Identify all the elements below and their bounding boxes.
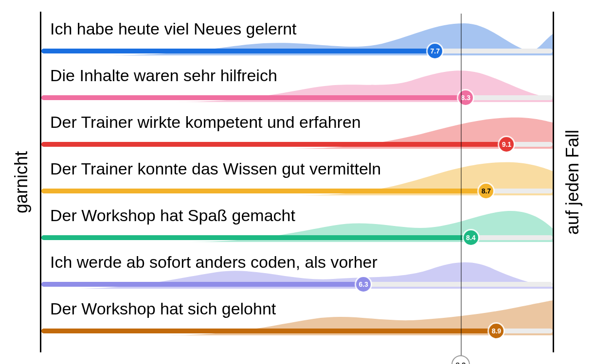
row-label: Die Inhalte waren sehr hilfreich — [50, 66, 277, 85]
score-row: 9.1Der Trainer wirkte kompetent und erfa… — [41, 105, 553, 152]
score-value: 8.9 — [492, 327, 501, 335]
score-bar — [41, 49, 435, 53]
axis-label-low: garnicht — [11, 151, 32, 213]
score-bar — [41, 282, 363, 287]
score-row: 7.7Ich habe heute viel Neues gelernt — [41, 12, 553, 58]
score-marker: 8.9 — [489, 324, 504, 338]
score-row: 8.7Der Trainer konnte das Wissen gut ver… — [41, 152, 553, 198]
score-marker: 7.7 — [428, 44, 442, 58]
score-value: 8.4 — [466, 234, 475, 242]
row-label: Ich werde ab sofort anders coden, als vo… — [50, 253, 378, 272]
row-label: Ich habe heute viel Neues gelernt — [50, 19, 297, 38]
score-value: 9.1 — [502, 140, 511, 148]
axis-label-high: auf jeden Fall — [562, 129, 583, 234]
score-marker: 9.1 — [499, 137, 514, 152]
score-value: 7.7 — [431, 47, 440, 55]
score-value: 6.3 — [359, 280, 368, 288]
average-value: 8.2 — [455, 361, 466, 364]
score-row: 6.3Ich werde ab sofort anders coden, als… — [41, 245, 553, 292]
score-marker: 8.7 — [479, 184, 493, 198]
score-bar — [41, 189, 486, 193]
score-marker: 8.4 — [464, 230, 478, 245]
row-label: Der Trainer wirkte kompetent und erfahre… — [50, 113, 361, 132]
row-label: Der Workshop hat Spaß gemacht — [50, 206, 295, 225]
score-value: 8.7 — [482, 187, 491, 195]
score-marker: 8.3 — [458, 90, 473, 105]
plot-area: 7.7Ich habe heute viel Neues gelernt8.3D… — [40, 12, 554, 352]
score-bar — [41, 142, 506, 147]
survey-score-chart: garnicht auf jeden Fall 7.7Ich habe heut… — [0, 0, 594, 364]
row-label: Der Trainer konnte das Wissen gut vermit… — [50, 159, 381, 178]
score-marker: 6.3 — [356, 277, 371, 292]
score-row: 8.9Der Workshop hat sich gelohnt — [41, 292, 553, 338]
score-value: 8.3 — [461, 94, 470, 102]
row-label: Der Workshop hat sich gelohnt — [50, 299, 276, 318]
score-bar — [41, 95, 466, 100]
score-row: 8.3Die Inhalte waren sehr hilfreich — [41, 58, 553, 105]
average-marker: 8.2 — [451, 355, 470, 364]
score-row: 8.4Der Workshop hat Spaß gemacht — [41, 198, 553, 245]
score-bar — [41, 235, 471, 240]
score-bar — [41, 329, 496, 333]
